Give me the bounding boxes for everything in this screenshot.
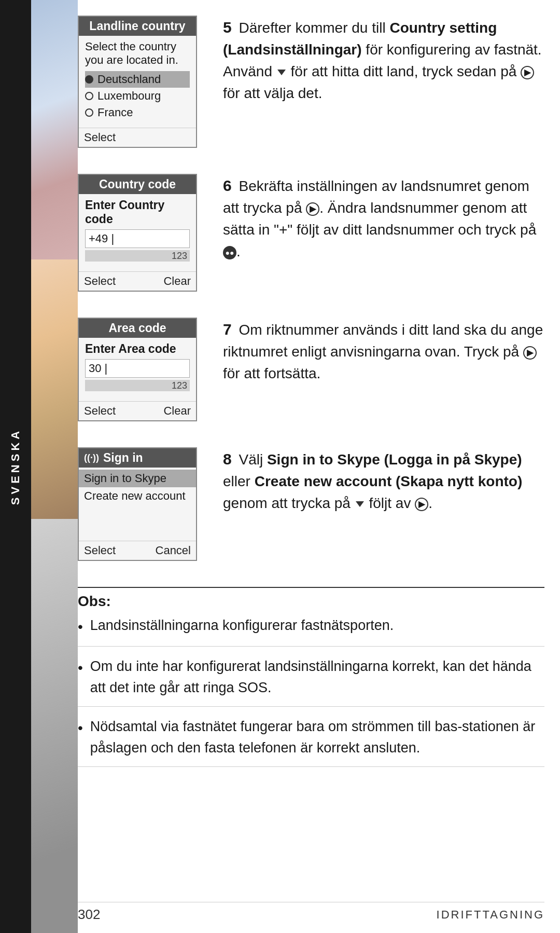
step-5-content: 5 Därefter kommer du till Country settin… [223,16,544,104]
bullet-icon: • [78,657,83,679]
area-code-footer: Select Clear [79,401,196,420]
signin-spacer [79,505,196,536]
notes-title: Obs: [78,593,544,610]
section-6: Country code Enter Country code +49 | 12… [78,174,544,292]
page-number: 302 [78,907,100,923]
list-item-label: France [97,106,133,119]
triangle-down-icon [356,501,364,507]
country-code-input[interactable]: +49 | [85,229,190,248]
step-8-content: 8 Välj Sign in to Skype (Logga in på Sky… [223,447,544,514]
country-code-label: Enter Country code [85,198,190,226]
select-button[interactable]: Select [84,404,116,418]
bullet-icon: • [78,717,83,739]
list-item-label: Deutschland [97,73,161,86]
list-item-label: Luxembourg [97,89,161,103]
center-button-icon: ● [223,246,236,259]
step-6-number: 6 [223,177,232,194]
sidebar-text: SVENSKA [9,428,22,505]
landline-footer: Select [79,128,196,147]
step-5-text: Därefter kommer du till Country setting … [223,20,542,101]
country-code-header: Country code [79,175,196,194]
country-code-box: Country code Enter Country code +49 | 12… [78,174,197,292]
landline-country-box: Landline country Select the country you … [78,16,197,148]
step-7-content: 7 Om riktnummer används i ditt land ska … [223,318,544,385]
main-content: Landline country Select the country you … [78,16,544,933]
circle-right-icon: ▶ [415,498,428,511]
sidebar: SVENSKA [0,0,31,933]
list-item[interactable]: Deutschland [85,71,190,88]
photo-top [31,0,78,259]
select-button[interactable]: Select [84,275,116,288]
signal-icon: ((·)) [84,452,99,463]
bullet-icon: • [78,616,83,638]
radio-empty-icon [85,108,93,117]
triangle-down-icon [277,70,286,75]
note-item-2: • Om du inte har konfigurerat landsinstä… [78,656,544,707]
section-5: Landline country Select the country you … [78,16,544,148]
step-8-number: 8 [223,450,232,468]
step-8-text: Välj Sign in to Skype (Logga in på Skype… [223,451,522,511]
clear-button[interactable]: Clear [163,275,191,288]
radio-filled-icon [85,75,93,84]
select-button[interactable]: Select [84,544,116,557]
section-8: ((·)) Sign in Sign in to Skype Create ne… [78,447,544,561]
clear-button[interactable]: Clear [163,404,191,418]
country-code-body: Enter Country code +49 | 123 [79,194,196,269]
note-text-3: Nödsamtal via fastnätet fungerar bara om… [90,716,544,758]
circle-right-icon: ▶ [306,202,319,216]
landline-header: Landline country [79,17,196,36]
area-code-body: Enter Area code 30 | 123 [79,338,196,399]
signin-list: Sign in to Skype Create new account [79,468,196,538]
circle-right-icon: ▶ [521,66,534,79]
note-text-1: Landsinställningarna konfigurerar fastnä… [90,615,394,636]
footer-label: IDRIFTTAGNING [437,908,544,922]
cancel-button[interactable]: Cancel [156,544,191,557]
note-item-1: • Landsinställningarna konfigurerar fast… [78,615,544,647]
list-item[interactable]: France [85,104,190,121]
area-code-box: Area code Enter Area code 30 | 123 Selec… [78,318,197,421]
section-7: Area code Enter Area code 30 | 123 Selec… [78,318,544,421]
landline-body-text: Select the country you are located in. [85,40,190,67]
list-item[interactable]: Luxembourg [85,88,190,104]
step-7-text: Om riktnummer används i ditt land ska du… [223,322,543,381]
area-code-label: Enter Area code [85,342,190,356]
step-6-content: 6 Bekräfta inställningen av landsnumret … [223,174,544,263]
landline-body: Select the country you are located in. D… [79,36,196,125]
select-button[interactable]: Select [84,131,116,144]
area-code-input-bar: 123 [85,380,190,391]
signin-header-label: Sign in [103,451,143,465]
area-code-input[interactable]: 30 | [85,359,190,378]
create-account-item[interactable]: Create new account [79,487,196,505]
radio-empty-icon [85,92,93,100]
notes-section: Obs: • Landsinställningarna konfigurerar… [78,587,544,767]
signin-header: ((·)) Sign in [79,448,196,468]
note-item-3: • Nödsamtal via fastnätet fungerar bara … [78,716,544,767]
sign-in-box: ((·)) Sign in Sign in to Skype Create ne… [78,447,197,561]
signin-footer: Select Cancel [79,541,196,560]
step-7-number: 7 [223,321,232,338]
photo-mid [31,259,78,519]
country-code-input-bar: 123 [85,250,190,262]
circle-right-icon: ▶ [523,346,537,360]
country-code-footer: Select Clear [79,271,196,291]
landline-list: Deutschland Luxembourg France [85,71,190,121]
signin-to-skype-item[interactable]: Sign in to Skype [79,470,196,487]
note-text-2: Om du inte har konfigurerat landsinställ… [90,656,544,698]
photo-strip [31,0,78,933]
page-footer: 302 IDRIFTTAGNING [78,902,544,923]
step-5-number: 5 [223,19,232,36]
photo-bottom [31,519,78,933]
step-6-text: Bekräfta inställningen av landsnumret ge… [223,178,536,259]
area-code-header: Area code [79,319,196,338]
